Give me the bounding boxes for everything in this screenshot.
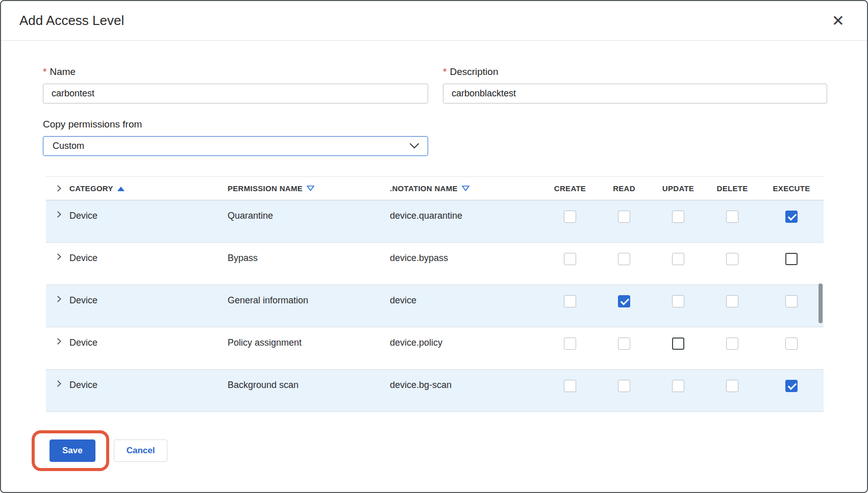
table-row: Device Quarantine device.quarantine (46, 200, 824, 243)
create-checkbox[interactable] (564, 253, 576, 265)
category-cell: Device (69, 338, 228, 348)
table-scrollbar[interactable] (819, 283, 823, 323)
delete-checkbox[interactable] (726, 338, 738, 350)
execute-checkbox[interactable] (785, 338, 798, 350)
create-checkbox[interactable] (564, 338, 576, 350)
read-checkbox[interactable] (618, 338, 630, 350)
update-checkbox[interactable] (672, 295, 684, 307)
read-checkbox[interactable] (618, 211, 630, 223)
row-expand-chevron-icon[interactable] (46, 211, 69, 218)
create-checkbox[interactable] (564, 211, 576, 223)
chevron-down-icon (409, 141, 419, 151)
add-access-level-modal: Add Access Level ✕ *Name *Description Co… (0, 0, 868, 493)
notation-cell: device.policy (390, 338, 543, 348)
column-header-permission-name[interactable]: PERMISSION NAME (228, 184, 390, 193)
permissions-table: CATEGORY PERMISSION NAME .NOTATION NAME … (46, 176, 824, 412)
permission-cell: Policy assignment (228, 338, 390, 348)
cancel-button[interactable]: Cancel (114, 439, 168, 462)
table-row: Device General information device (46, 285, 824, 327)
name-field[interactable] (43, 84, 428, 103)
permission-cell: Quarantine (228, 211, 390, 221)
permission-cell: Bypass (228, 253, 390, 264)
description-field[interactable] (443, 84, 827, 103)
name-label: *Name (43, 66, 428, 77)
delete-checkbox[interactable] (726, 253, 738, 265)
modal-title: Add Access Level (19, 13, 124, 29)
row-expand-chevron-icon[interactable] (46, 253, 69, 261)
read-checkbox[interactable] (618, 253, 630, 265)
copy-permissions-value: Custom (53, 141, 84, 151)
expand-all-chevron-icon[interactable] (46, 185, 69, 192)
delete-checkbox[interactable] (726, 211, 738, 223)
sort-asc-icon (117, 184, 125, 193)
execute-checkbox[interactable] (785, 211, 798, 223)
notation-cell: device.quarantine (390, 211, 543, 221)
required-asterisk: * (443, 66, 447, 77)
copy-permissions-select[interactable]: Custom (43, 136, 428, 156)
description-label: *Description (443, 66, 827, 77)
save-button[interactable]: Save (49, 439, 95, 462)
execute-checkbox[interactable] (785, 295, 798, 307)
save-highlight-annotation: Save (32, 430, 109, 471)
table-row: Device Bypass device.bypass (46, 243, 824, 285)
read-checkbox[interactable] (618, 295, 630, 307)
create-checkbox[interactable] (564, 380, 576, 392)
execute-checkbox[interactable] (785, 380, 798, 392)
update-checkbox[interactable] (672, 338, 684, 350)
column-header-execute[interactable]: EXECUTE (759, 184, 824, 193)
category-cell: Device (69, 211, 228, 221)
row-expand-chevron-icon[interactable] (46, 338, 69, 345)
close-icon[interactable]: ✕ (830, 11, 847, 31)
read-checkbox[interactable] (618, 380, 630, 392)
create-checkbox[interactable] (564, 295, 576, 307)
delete-checkbox[interactable] (726, 295, 738, 307)
notation-cell: device (390, 295, 543, 306)
category-cell: Device (69, 253, 228, 264)
row-expand-chevron-icon[interactable] (46, 380, 69, 387)
column-header-notation-name[interactable]: .NOTATION NAME (390, 184, 543, 193)
permission-cell: General information (228, 295, 390, 306)
notation-cell: device.bg-scan (390, 380, 543, 391)
update-checkbox[interactable] (672, 211, 684, 223)
update-checkbox[interactable] (672, 253, 684, 265)
row-expand-chevron-icon[interactable] (46, 295, 69, 303)
sort-desc-icon (462, 184, 469, 193)
required-asterisk: * (43, 66, 46, 77)
column-header-category[interactable]: CATEGORY (69, 184, 228, 193)
execute-checkbox[interactable] (785, 253, 798, 265)
table-row: Device Policy assignment device.policy (46, 327, 824, 370)
sort-desc-icon (307, 184, 314, 193)
notation-cell: device.bypass (390, 253, 543, 264)
column-header-update[interactable]: UPDATE (651, 184, 705, 193)
permission-cell: Background scan (228, 380, 390, 391)
table-row: Device Background scan device.bg-scan (46, 370, 824, 412)
delete-checkbox[interactable] (726, 380, 738, 392)
column-header-delete[interactable]: DELETE (705, 184, 759, 193)
table-header-row: CATEGORY PERMISSION NAME .NOTATION NAME … (46, 176, 824, 200)
column-header-create[interactable]: CREATE (543, 184, 597, 193)
modal-header: Add Access Level ✕ (1, 1, 867, 41)
category-cell: Device (69, 380, 228, 391)
update-checkbox[interactable] (672, 380, 684, 392)
column-header-read[interactable]: READ (597, 184, 651, 193)
category-cell: Device (69, 295, 228, 306)
modal-footer: Save Cancel (32, 430, 867, 471)
form-area: *Name *Description Copy permissions from… (1, 41, 867, 156)
copy-permissions-label: Copy permissions from (43, 119, 428, 130)
